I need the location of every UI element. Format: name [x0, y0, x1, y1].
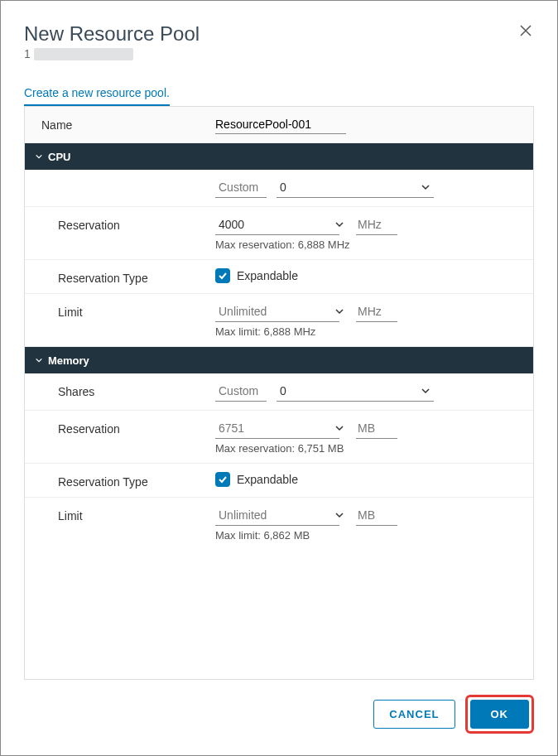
memory-shares-value-input[interactable] [277, 382, 434, 402]
cpu-shares-row [25, 170, 533, 207]
memory-reservation-unit[interactable] [356, 419, 397, 439]
cpu-limit-label: Limit [58, 302, 215, 319]
chevron-down-icon [35, 353, 43, 368]
cpu-shares-value-input[interactable] [277, 178, 434, 198]
tab-bar: Create a new resource pool. [24, 85, 534, 107]
dialog-title: New Resource Pool [24, 22, 200, 46]
name-row: Name [25, 107, 533, 143]
memory-reservation-type-row: Reservation Type Expandable [25, 464, 533, 498]
cpu-reservation-unit[interactable] [356, 215, 397, 235]
memory-reservation-type-label: Reservation Type [58, 472, 215, 489]
dialog-subtitle: 1 [24, 47, 200, 60]
redacted-text [34, 48, 133, 60]
cpu-reservation-type-row: Reservation Type Expandable [25, 260, 533, 294]
cpu-expandable-label: Expandable [237, 269, 298, 282]
memory-section-header[interactable]: Memory [25, 347, 533, 373]
memory-expandable-label: Expandable [237, 473, 298, 486]
dialog-footer: CANCEL OK [24, 680, 534, 734]
cpu-limit-hint: Max limit: 6,888 MHz [215, 325, 517, 338]
memory-limit-unit[interactable] [356, 506, 397, 526]
cpu-reservation-label: Reservation [58, 215, 215, 232]
cpu-reservation-hint: Max reservation: 6,888 MHz [215, 238, 517, 251]
cpu-reservation-type-label: Reservation Type [58, 268, 215, 285]
cpu-limit-row: Limit Max limit: 6,888 MHz [25, 294, 533, 347]
cpu-expandable-checkbox[interactable] [215, 268, 230, 283]
close-icon[interactable] [517, 22, 534, 41]
cpu-shares-label-empty [58, 178, 215, 181]
cpu-limit-unit[interactable] [356, 302, 397, 322]
cpu-limit-input[interactable] [215, 302, 339, 322]
memory-expandable-checkbox[interactable] [215, 472, 230, 487]
form-panel: Name CPU [24, 106, 534, 680]
ok-button[interactable]: OK [470, 700, 530, 729]
cpu-reservation-row: Reservation Max reservation: 6,888 MHz [25, 207, 533, 260]
memory-limit-input[interactable] [215, 506, 339, 526]
memory-reservation-row: Reservation Max reservation: 6,751 MB [25, 411, 533, 464]
name-label: Name [41, 118, 215, 132]
cpu-section-title: CPU [48, 151, 70, 163]
memory-section-body: Shares R [25, 373, 533, 550]
cancel-button[interactable]: CANCEL [373, 700, 455, 729]
memory-limit-row: Limit Max limit: 6,862 MB [25, 498, 533, 550]
memory-limit-hint: Max limit: 6,862 MB [215, 529, 517, 542]
tab-create[interactable]: Create a new resource pool. [24, 86, 170, 107]
cpu-reservation-input[interactable] [215, 215, 339, 235]
memory-reservation-input[interactable] [215, 419, 339, 439]
name-input[interactable] [215, 115, 346, 134]
cpu-section-body: Reservation Max reservation: 6,888 MHz [25, 170, 533, 347]
cpu-section-header[interactable]: CPU [25, 143, 533, 170]
chevron-down-icon [35, 149, 43, 164]
memory-shares-label: Shares [58, 382, 215, 398]
memory-section-title: Memory [48, 354, 89, 367]
cpu-shares-preset-select[interactable] [215, 178, 267, 198]
subtitle-prefix: 1 [24, 47, 31, 60]
memory-reservation-hint: Max reservation: 6,751 MB [215, 442, 517, 455]
new-resource-pool-dialog: New Resource Pool 1 Create a new resourc… [1, 1, 557, 755]
memory-reservation-label: Reservation [58, 419, 215, 436]
ok-highlight: OK [465, 695, 535, 734]
memory-shares-preset-select[interactable] [215, 382, 267, 402]
memory-limit-label: Limit [58, 506, 215, 522]
dialog-header: New Resource Pool 1 [24, 22, 534, 60]
memory-shares-row: Shares [25, 373, 533, 411]
